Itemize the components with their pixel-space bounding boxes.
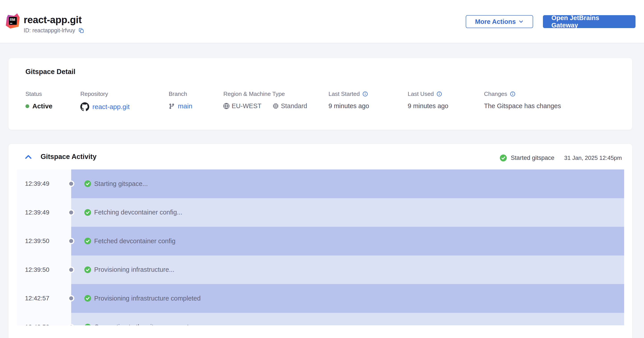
info-icon[interactable] [362, 91, 368, 97]
activity-card-heading: Gitspace Activity [40, 153, 96, 161]
check-circle-icon [500, 154, 507, 161]
gitspace-activity-card: Gitspace Activity Started gitspace 31 Ja… [8, 144, 632, 338]
check-circle-icon [84, 238, 91, 244]
activity-log-row[interactable]: 12:39:49 Starting gitspace... [17, 169, 624, 198]
rubymine-logo: RM [6, 13, 20, 28]
log-timestamp: 12:39:49 [17, 198, 71, 227]
top-bar: RM react-app.git ID: reactappgit-lrfvuy … [0, 0, 644, 43]
log-message: Fetching devcontainer config... [94, 209, 182, 216]
activity-log-row[interactable]: 12:39:50 Provisioning infrastructure... [17, 256, 624, 284]
log-message: Connecting to the gitspace agent [94, 323, 189, 325]
region-machine-label: Region & Machine Type [223, 90, 285, 97]
status-label: Status [26, 90, 42, 97]
timeline-dot-icon [69, 182, 73, 186]
timeline-dot-icon [69, 268, 73, 272]
repository-label: Repository [80, 90, 108, 97]
page-title: react-app.git [24, 14, 84, 25]
status-dot-icon [26, 104, 29, 108]
field-status: Status Active [26, 90, 52, 110]
log-stripe: Starting gitspace... [71, 169, 624, 198]
more-actions-label: More Actions [475, 18, 516, 25]
log-stripe: Fetching devcontainer config... [71, 198, 624, 227]
region-value: EU-WEST [232, 102, 262, 110]
git-branch-icon [169, 103, 175, 109]
machine-type-value: Standard [281, 102, 307, 110]
activity-log-row[interactable]: 12:42:57 Provisioning infrastructure com… [17, 284, 624, 313]
field-last-used: Last Used 9 minutes ago [408, 90, 448, 110]
logo-text: RM [10, 18, 15, 22]
check-circle-icon [84, 295, 91, 302]
activity-log-row[interactable]: 12:39:49 Fetching devcontainer config... [17, 198, 624, 227]
log-message: Provisioning infrastructure completed [94, 295, 200, 302]
activity-status-timestamp: 31 Jan, 2025 12:45pm [564, 154, 622, 161]
check-circle-icon [84, 209, 91, 216]
activity-header: Gitspace Activity Started gitspace 31 Ja… [8, 144, 632, 169]
field-branch: Branch main [169, 90, 192, 110]
last-used-label: Last Used [408, 90, 434, 97]
info-icon[interactable] [510, 91, 516, 97]
log-message: Provisioning infrastructure... [94, 266, 174, 273]
repository-link[interactable]: react-app.git [92, 103, 130, 111]
rubymine-logo-monogram: RM [9, 17, 17, 25]
log-message: Fetched devcontainer config [94, 237, 176, 245]
branch-label: Branch [169, 90, 187, 97]
changes-value: The Gitspace has changes [484, 102, 561, 110]
more-actions-button[interactable]: More Actions [466, 15, 533, 28]
cpu-icon [273, 103, 279, 109]
open-jetbrains-gateway-button[interactable]: Open JetBrains Gateway [543, 15, 636, 28]
log-timestamp: 12:39:50 [17, 227, 71, 256]
activity-log-row[interactable]: 12:42:58 Connecting to the gitspace agen… [17, 313, 624, 326]
check-circle-icon [84, 180, 91, 187]
last-started-value: 9 minutes ago [328, 102, 369, 110]
info-icon[interactable] [436, 91, 442, 97]
check-circle-icon [84, 267, 91, 273]
field-repository: Repository react-app.git [80, 90, 130, 111]
changes-label: Changes [484, 90, 507, 97]
field-last-started: Last Started 9 minutes ago [328, 90, 369, 110]
gateway-button-label: Open JetBrains Gateway [552, 14, 627, 29]
github-icon [80, 102, 89, 111]
activity-log-row[interactable]: 12:39:50 Fetched devcontainer config [17, 227, 624, 256]
branch-link[interactable]: main [178, 102, 192, 110]
activity-log-list: 12:39:49 Starting gitspace... 12:39:49 F… [17, 169, 624, 325]
chevron-down-icon [518, 19, 524, 24]
log-timestamp: 12:42:58 [17, 313, 71, 326]
last-started-label: Last Started [328, 90, 360, 97]
log-stripe: Provisioning infrastructure completed [71, 284, 624, 313]
log-timestamp: 12:39:50 [17, 256, 71, 284]
timeline-dot-icon [69, 296, 73, 300]
timeline-dot-icon [69, 211, 73, 215]
copy-icon[interactable] [78, 28, 84, 33]
gitspace-detail-card: Gitspace Detail Status Active Repository… [8, 58, 632, 130]
gitspace-id: ID: reactappgit-lrfvuy [24, 27, 75, 34]
globe-icon [223, 103, 230, 109]
status-value: Active [32, 102, 52, 110]
log-stripe: Fetched devcontainer config [71, 227, 624, 256]
check-circle-icon [84, 324, 91, 325]
activity-status-label: Started gitspace [511, 154, 554, 161]
log-message: Starting gitspace... [94, 180, 148, 188]
field-region-machine: Region & Machine Type EU-WEST Standard [223, 90, 307, 110]
log-stripe: Provisioning infrastructure... [71, 256, 624, 284]
chevron-up-icon[interactable] [25, 154, 32, 160]
field-changes: Changes The Gitspace has changes [484, 90, 561, 110]
log-timestamp: 12:42:57 [17, 284, 71, 313]
detail-card-heading: Gitspace Detail [26, 68, 76, 76]
log-stripe: Connecting to the gitspace agent [71, 313, 624, 326]
last-used-value: 9 minutes ago [408, 102, 448, 110]
log-timestamp: 12:39:49 [17, 169, 71, 198]
timeline-dot-icon [69, 239, 73, 243]
